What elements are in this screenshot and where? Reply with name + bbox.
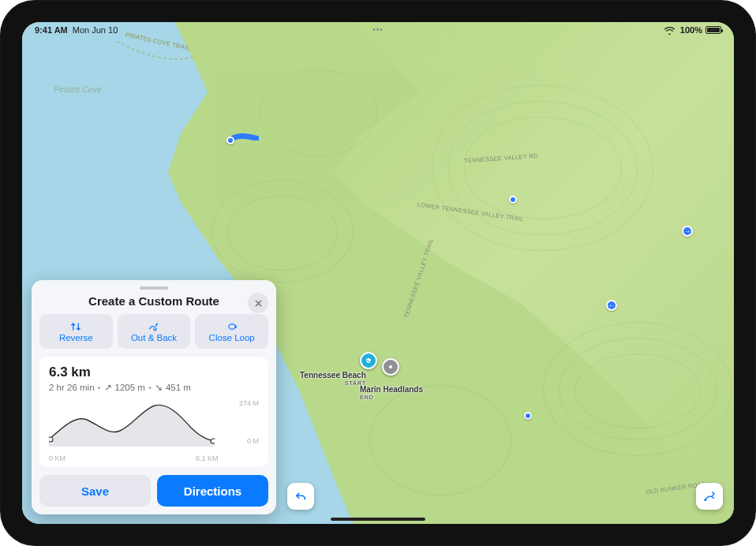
svg-point-2 [49, 437, 53, 442]
ipad-frame: → ← Pirates Cove PIRATES COVE TRAIL TENN… [0, 0, 756, 546]
route-direction-icon: ← [606, 300, 617, 311]
battery-indicator: 100% [680, 25, 721, 35]
elevation-chart: 274 M 0 M 0 KM 6.1 KM [49, 399, 259, 462]
out-and-back-button[interactable]: Out & Back [118, 314, 191, 349]
route-card: Create a Custom Route Reverse Out & Back… [32, 280, 276, 514]
undo-button[interactable] [287, 483, 314, 510]
route-tools-row: Reverse Out & Back Close Loop [39, 314, 268, 349]
start-pin-label: Tennessee Beach START [300, 371, 366, 387]
route-waypoint [509, 196, 517, 204]
close-icon [254, 299, 263, 308]
status-time: 9:41 AM [35, 25, 68, 35]
end-pin-label: Marin Headlands END [360, 385, 423, 401]
route-waypoint [524, 412, 532, 420]
close-loop-icon [226, 321, 238, 332]
elevation-chart-svg [49, 399, 215, 447]
undo-icon [294, 489, 308, 503]
route-waypoint [226, 136, 234, 144]
water-label: Pirates Cove [54, 85, 102, 94]
svg-point-1 [389, 365, 392, 368]
arrow-up-icon: ↗ [104, 382, 112, 393]
svg-point-3 [211, 439, 215, 443]
screen: → ← Pirates Cove PIRATES COVE TRAIL TENN… [22, 22, 734, 524]
card-grabber[interactable] [140, 286, 168, 290]
out-back-icon [148, 321, 160, 332]
start-pin[interactable] [360, 352, 377, 369]
close-button[interactable] [248, 293, 268, 313]
card-title: Create a Custom Route [88, 294, 219, 308]
route-options-icon [702, 489, 717, 503]
route-direction-icon: → [682, 226, 693, 237]
reverse-button[interactable]: Reverse [39, 314, 113, 349]
svg-point-4 [704, 499, 706, 501]
end-pin[interactable] [382, 358, 399, 376]
home-indicator[interactable] [331, 518, 425, 521]
route-detail: 2 hr 26 min• ↗1205 m• ↘451 m [49, 382, 259, 393]
close-loop-button[interactable]: Close Loop [195, 314, 268, 349]
save-button[interactable]: Save [39, 475, 151, 507]
route-options-button[interactable] [696, 483, 723, 510]
wifi-icon [664, 26, 676, 35]
directions-button[interactable]: Directions [157, 475, 268, 507]
route-stats: 6.3 km 2 hr 26 min• ↗1205 m• ↘451 m 274 … [39, 357, 268, 467]
arrow-down-icon: ↘ [155, 382, 163, 393]
multitask-dots[interactable]: ••• [372, 25, 384, 34]
action-row: Save Directions [39, 475, 268, 507]
route-distance: 6.3 km [49, 365, 259, 380]
reverse-icon [69, 321, 82, 332]
status-date: Mon Jun 10 [73, 25, 118, 35]
